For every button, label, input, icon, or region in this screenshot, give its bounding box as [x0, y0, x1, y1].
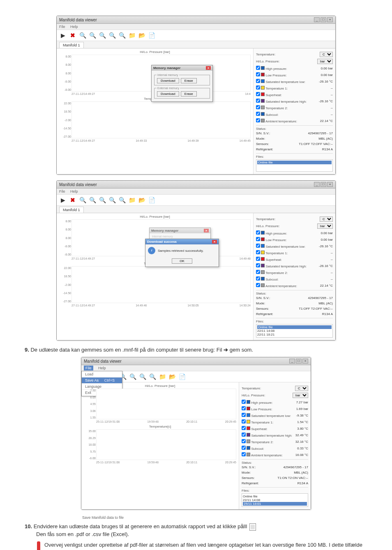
press-unit-select[interactable]: bar: [317, 59, 333, 64]
series-checkbox[interactable]: [242, 419, 246, 423]
series-checkbox[interactable]: [256, 85, 260, 90]
series-checkbox[interactable]: [242, 413, 246, 417]
maximize-button[interactable]: □: [321, 182, 326, 187]
disconnect-icon[interactable]: ✖: [69, 196, 76, 204]
series-checkbox[interactable]: [242, 406, 246, 410]
temp-unit-select[interactable]: C: [295, 386, 308, 391]
series-checkbox[interactable]: [256, 79, 260, 83]
report-icon[interactable]: 📄: [178, 373, 186, 380]
series-checkbox[interactable]: [256, 99, 260, 103]
erase-internal-button[interactable]: Erase: [181, 78, 197, 83]
series-checkbox[interactable]: [242, 426, 246, 430]
report-icon[interactable]: 📄: [148, 32, 155, 39]
dialog-close-button[interactable]: ×: [206, 66, 211, 70]
zoom-fit-icon[interactable]: 🔍: [99, 196, 106, 204]
series-checkbox[interactable]: [256, 263, 260, 267]
folder-icon[interactable]: 📁: [128, 196, 136, 204]
minimize-button[interactable]: _: [314, 182, 320, 187]
erase-external-button[interactable]: Erase: [181, 91, 197, 97]
press-unit-select[interactable]: bar: [317, 223, 333, 229]
series-checkbox[interactable]: [256, 237, 260, 241]
list-item[interactable]: 22/11 18:21: [257, 333, 332, 336]
press-unit-select[interactable]: bar: [293, 393, 308, 398]
play-icon[interactable]: ▶: [59, 196, 67, 204]
series-checkbox[interactable]: [242, 439, 246, 443]
db-icon[interactable]: 📂: [168, 373, 176, 380]
reading-value: 1.54 °C: [297, 420, 308, 424]
series-checkbox[interactable]: [242, 452, 246, 456]
list-item[interactable]: 22/11 14:08: [257, 329, 332, 333]
files-list[interactable]: Online file 22/11 14:08 25/11 18:01: [242, 493, 308, 507]
download-internal-button[interactable]: Download: [157, 78, 179, 83]
maximize-button[interactable]: □: [296, 359, 302, 364]
series-checkbox[interactable]: [256, 105, 260, 109]
series-checkbox[interactable]: [256, 276, 260, 281]
list-item[interactable]: 22/11 14:08: [243, 498, 307, 502]
close-button[interactable]: ×: [327, 182, 333, 187]
x-axis-bottom: 27-11-12/14:49:2714:49:4614:50:0514:50:2…: [71, 304, 251, 307]
close-button[interactable]: ×: [327, 17, 333, 22]
series-checkbox[interactable]: [256, 244, 260, 248]
series-checkbox[interactable]: [256, 283, 260, 287]
minimize-button[interactable]: _: [289, 359, 295, 364]
series-checkbox[interactable]: [256, 92, 260, 96]
menu-help[interactable]: Help: [70, 189, 78, 193]
close-button[interactable]: ×: [302, 359, 308, 364]
zoom-tool-icon[interactable]: 🔍: [118, 196, 126, 204]
tab-manifold-1[interactable]: Manifold 1: [59, 42, 84, 48]
dialog-close-button[interactable]: ×: [204, 229, 209, 232]
reading-label: Saturated temperature high:: [265, 100, 307, 104]
series-checkbox[interactable]: [256, 118, 260, 122]
db-icon[interactable]: 📂: [138, 32, 145, 39]
zoom-out-icon[interactable]: 🔍: [129, 373, 136, 380]
zoom-in-icon[interactable]: 🔍: [79, 32, 86, 39]
play-icon[interactable]: ▶: [59, 32, 67, 39]
list-item[interactable]: 25/11 18:01: [243, 502, 307, 506]
series-checkbox[interactable]: [256, 72, 260, 76]
menu-help[interactable]: Help: [70, 25, 78, 29]
files-list[interactable]: Online file 22/11 14:08 22/11 18:21: [256, 324, 333, 338]
ok-button[interactable]: OK: [172, 258, 192, 264]
report-icon[interactable]: 📄: [148, 196, 155, 204]
reading-value: 32.16 °C: [295, 440, 308, 444]
temp-unit-select[interactable]: C: [320, 216, 333, 222]
list-item[interactable]: Online file: [257, 161, 332, 164]
zoom-out-icon[interactable]: 🔍: [89, 196, 96, 204]
zoom-reset-icon[interactable]: 🔍: [108, 32, 116, 39]
list-item[interactable]: Online file: [257, 325, 332, 329]
zoom-fit-icon[interactable]: 🔍: [99, 32, 106, 39]
series-checkbox[interactable]: [242, 400, 246, 404]
zoom-reset-icon[interactable]: 🔍: [149, 373, 156, 380]
dialog-close-button[interactable]: ×: [212, 240, 217, 244]
zoom-tool-icon[interactable]: 🔍: [118, 32, 126, 39]
menu-load[interactable]: Load: [82, 371, 122, 377]
series-checkbox[interactable]: [256, 230, 260, 235]
zoom-reset-icon[interactable]: 🔍: [108, 196, 116, 204]
folder-icon[interactable]: 📁: [159, 373, 166, 380]
maximize-button[interactable]: □: [321, 17, 326, 22]
series-checkbox[interactable]: [256, 257, 260, 261]
db-icon[interactable]: 📂: [138, 196, 145, 204]
menu-help[interactable]: Help: [98, 366, 106, 370]
menu-file[interactable]: File: [59, 25, 65, 29]
temp-unit-select[interactable]: C: [320, 52, 333, 57]
files-list[interactable]: Online file: [256, 159, 333, 172]
disconnect-icon[interactable]: ✖: [69, 32, 76, 39]
download-external-button[interactable]: Download: [157, 91, 179, 97]
series-checkbox[interactable]: [242, 446, 246, 450]
zoom-fit-icon[interactable]: 🔍: [139, 373, 146, 380]
series-checkbox[interactable]: [256, 66, 260, 70]
folder-icon[interactable]: 📁: [128, 32, 136, 39]
series-checkbox[interactable]: [242, 433, 246, 437]
zoom-out-icon[interactable]: 🔍: [89, 32, 96, 39]
menu-file[interactable]: File: [59, 189, 65, 193]
list-item[interactable]: Online file: [243, 495, 307, 498]
series-checkbox[interactable]: [256, 250, 260, 254]
zoom-in-icon[interactable]: 🔍: [79, 196, 86, 204]
chart-area: Hi/Lo. Pressure [bar] 8.00 8.00 8.00 -8.…: [57, 48, 253, 174]
series-checkbox[interactable]: [256, 270, 260, 274]
tab-manifold-1[interactable]: Manifold 1: [59, 207, 84, 213]
menu-file[interactable]: File: [84, 366, 93, 371]
series-checkbox[interactable]: [256, 112, 260, 116]
minimize-button[interactable]: _: [314, 17, 320, 22]
